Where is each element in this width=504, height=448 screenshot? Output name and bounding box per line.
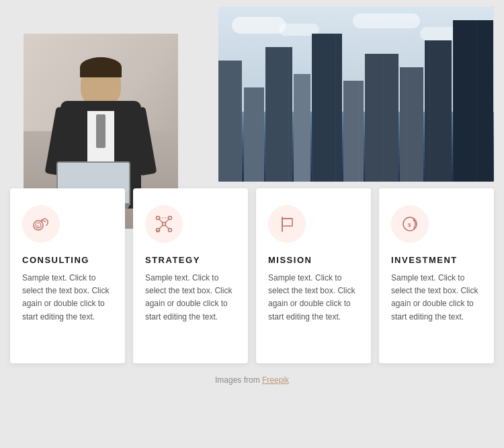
investment-text: Sample text. Click to select the text bo…: [391, 272, 482, 324]
investment-card[interactable]: $ INVESTMENT Sample text. Click to selec…: [379, 188, 494, 363]
svg-point-5: [163, 223, 166, 226]
investment-title: INVESTMENT: [391, 255, 482, 265]
freepik-link[interactable]: Freepik: [262, 375, 289, 385]
investment-icon: $: [401, 215, 419, 233]
svg-point-7: [169, 229, 172, 232]
svg-line-9: [165, 219, 169, 223]
svg-line-8: [159, 219, 163, 223]
strategy-title: STRATEGY: [145, 255, 236, 265]
coins-icon: $: [32, 215, 50, 233]
strategy-text: Sample text. Click to select the text bo…: [145, 272, 236, 324]
svg-text:$: $: [408, 222, 411, 228]
mission-text: Sample text. Click to select the text bo…: [268, 272, 359, 324]
image-section: [0, 0, 504, 209]
consulting-icon-wrapper: $: [22, 205, 60, 243]
svg-point-3: [157, 217, 160, 220]
strategy-icon-wrapper: ✕: [145, 205, 183, 243]
consulting-text: Sample text. Click to select the text bo…: [22, 272, 113, 324]
consulting-title: CONSULTING: [22, 255, 113, 265]
svg-point-4: [169, 217, 172, 220]
mission-icon-wrapper: [268, 205, 306, 243]
mission-card[interactable]: MISSION Sample text. Click to select the…: [256, 188, 371, 363]
cards-section: $ CONSULTING Sample text. Click to selec…: [0, 188, 504, 363]
flag-icon: [278, 215, 296, 233]
strategy-card[interactable]: ✕ STRATEGY Sample text. Click to select …: [133, 188, 248, 363]
investment-icon-wrapper: $: [391, 205, 429, 243]
city-image: [218, 7, 494, 182]
consulting-card[interactable]: $ CONSULTING Sample text. Click to selec…: [10, 188, 125, 363]
strategy-icon: ✕: [155, 215, 173, 233]
svg-text:✕: ✕: [156, 229, 160, 233]
footer-credit: Images from Freepik: [0, 375, 504, 385]
credit-text: Images from: [215, 375, 262, 385]
page-wrapper: $ CONSULTING Sample text. Click to selec…: [0, 0, 504, 448]
svg-line-11: [165, 225, 169, 229]
mission-title: MISSION: [268, 255, 359, 265]
